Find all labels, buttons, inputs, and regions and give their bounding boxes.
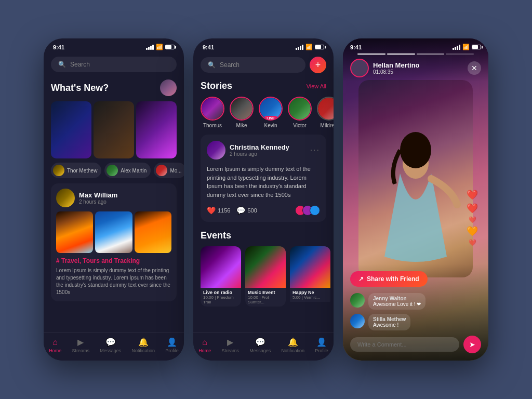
nav-home-label-2: Home xyxy=(198,348,211,353)
post-text-1: Lorem Ipsum is simply dummy text of the … xyxy=(56,267,171,296)
comment-text-stilla: Awesome ! xyxy=(373,322,406,328)
stories-row: Thomus Mike LIVE Kevin Victor Mildre xyxy=(193,97,334,135)
comment-author-stilla: Stilla Methew xyxy=(373,316,406,322)
nav-profile-1[interactable]: 👤 Profile xyxy=(165,337,179,353)
story-name-mike: Mike xyxy=(236,123,247,128)
signal-icon-2 xyxy=(296,45,303,50)
heart-icon: ❤️ xyxy=(207,206,216,215)
search-bar-1[interactable]: 🔍 Search xyxy=(51,57,177,72)
view-all-btn[interactable]: View All xyxy=(307,83,326,89)
post-avatar-1 xyxy=(56,189,75,207)
user-chip-3[interactable]: Mo... xyxy=(154,163,184,178)
wifi-icon: 📶 xyxy=(156,44,163,50)
wifi-icon-2: 📶 xyxy=(305,44,313,50)
media-item-3[interactable] xyxy=(136,101,177,158)
profile-icon-2: 👤 xyxy=(316,337,327,347)
story-avatar-kevin: LIVE xyxy=(259,97,283,121)
nav-streams-2[interactable]: ▶ Streams xyxy=(221,337,239,353)
comment-avatar-jenny xyxy=(350,293,365,308)
media-item-1[interactable] xyxy=(51,101,91,158)
story-avatar-victor xyxy=(288,97,312,121)
search-placeholder-1: Search xyxy=(70,61,90,68)
phone-1: 9:41 📶 🔍 Search What's New? xyxy=(44,38,184,361)
wifi-icon-3: 📶 xyxy=(462,44,470,50)
event-card-1[interactable]: Live on radio 10:00 | Freedom Trail xyxy=(201,246,241,307)
whats-new-title: What's New? xyxy=(51,83,109,94)
post-img-2[interactable] xyxy=(95,211,132,253)
story-user-time: 01:08:35 xyxy=(373,69,420,75)
notification-icon-2: 🔔 xyxy=(288,337,298,347)
story-mildred[interactable]: Mildred xyxy=(317,97,334,128)
likes-count: 1156 xyxy=(218,207,230,214)
nav-notification-1[interactable]: 🔔 Notification xyxy=(131,337,155,353)
progress-3 xyxy=(417,54,445,55)
story-avatar-mike xyxy=(230,97,254,121)
nav-notification-label-1: Notification xyxy=(131,348,155,353)
comments-section: Jenny Walton Awesome Love it ! ❤ Stilla … xyxy=(350,293,481,330)
media-item-2[interactable] xyxy=(94,101,134,158)
send-button[interactable]: ➤ xyxy=(463,336,481,353)
likes-action[interactable]: ❤️ 1156 xyxy=(207,206,230,215)
nav-streams-1[interactable]: ▶ Streams xyxy=(72,337,89,353)
post-author-info-1: Max William 2 hours ago xyxy=(79,191,117,205)
search-bar-2[interactable]: 🔍 Search xyxy=(201,57,305,73)
home-icon: ⌂ xyxy=(52,338,58,347)
nav-notification-2[interactable]: 🔔 Notification xyxy=(281,337,304,353)
action-avatar-3 xyxy=(310,205,320,216)
nav-profile-label-1: Profile xyxy=(165,348,179,353)
add-button[interactable]: + xyxy=(310,57,326,73)
story-user-avatar xyxy=(350,59,369,77)
event-card-2[interactable]: Music Event 10:00 | Frot Sumter... xyxy=(245,246,286,307)
comment-bubble-stilla: Stilla Methew Awesome ! xyxy=(368,314,410,330)
post-author-time-1: 2 hours ago xyxy=(79,199,117,205)
messages-icon: 💬 xyxy=(105,337,116,347)
comments-count: 500 xyxy=(247,207,257,214)
nav-home-1[interactable]: ⌂ Home xyxy=(49,338,61,353)
post-author-2: Christina Kennedy 2 hours ago ··· xyxy=(207,141,320,159)
nav-streams-label-1: Streams xyxy=(72,348,89,353)
comment-author-jenny: Jenny Walton xyxy=(373,296,421,301)
event-card-3[interactable]: Happy Ne 5:00 | Vermic... xyxy=(290,246,330,307)
progress-1 xyxy=(357,54,385,55)
nav-home-2[interactable]: ⌂ Home xyxy=(198,338,211,353)
stories-header: Stories View All xyxy=(193,78,334,97)
progress-2 xyxy=(387,54,415,55)
post-avatar-2 xyxy=(207,141,225,159)
user-name-3: Mo... xyxy=(170,168,181,174)
story-victor[interactable]: Victor xyxy=(288,97,312,128)
event-time-3: 5:00 | Vermic... xyxy=(292,295,328,300)
time-3: 9:41 xyxy=(350,44,362,50)
share-button[interactable]: ↗ Share with Friend xyxy=(350,271,428,287)
share-label: Share with Friend xyxy=(367,275,419,283)
nav-messages-2[interactable]: 💬 Messages xyxy=(249,337,271,353)
action-avatars xyxy=(298,205,320,216)
comment-icon: 💬 xyxy=(236,206,245,215)
story-kevin[interactable]: LIVE Kevin xyxy=(259,97,283,128)
events-header: Events xyxy=(193,228,334,246)
post-img-1[interactable] xyxy=(56,211,93,253)
nav-home-label-1: Home xyxy=(49,348,61,353)
nav-profile-2[interactable]: 👤 Profile xyxy=(315,337,328,353)
stories-title: Stories xyxy=(201,81,232,91)
whats-new-avatar[interactable] xyxy=(160,79,177,96)
notification-icon: 🔔 xyxy=(138,337,149,347)
progress-bars xyxy=(350,54,481,55)
story-thomus[interactable]: Thomus xyxy=(201,97,224,128)
live-badge-kevin: LIVE xyxy=(264,116,277,121)
comment-input[interactable] xyxy=(350,337,459,352)
user-chip-1[interactable]: Thor Methew xyxy=(51,163,101,178)
post-images xyxy=(56,211,171,253)
close-story-button[interactable]: ✕ xyxy=(468,61,481,75)
status-icons-2: 📶 xyxy=(296,44,324,50)
story-overlay: ↗ Share with Friend Jenny Walton Awesome… xyxy=(343,264,488,361)
post-img-3[interactable] xyxy=(135,211,171,253)
user-chip-2[interactable]: Alex Martin xyxy=(104,163,151,178)
status-icons-3: 📶 xyxy=(453,44,481,50)
messages-icon-2: 💬 xyxy=(255,337,265,347)
nav-messages-1[interactable]: 💬 Messages xyxy=(100,337,121,353)
more-options-btn[interactable]: ··· xyxy=(310,145,320,155)
post-tag: # Travel, Tours and Tracking xyxy=(56,257,171,264)
heart-1: ❤️ xyxy=(467,189,478,201)
comments-action[interactable]: 💬 500 xyxy=(236,206,257,215)
story-mike[interactable]: Mike xyxy=(230,97,254,128)
